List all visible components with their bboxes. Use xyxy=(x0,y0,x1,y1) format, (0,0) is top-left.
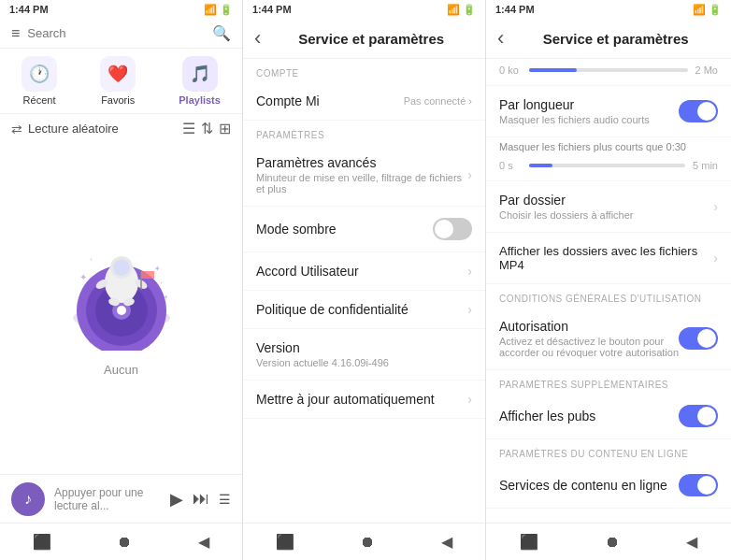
slider-row-1: 0 ko 2 Mo xyxy=(486,59,731,86)
wifi-icon-3: 📶 xyxy=(693,4,706,16)
slider2-fill xyxy=(529,164,552,167)
item-subtitle-autorisation: Activez et désactivez le bouton pour acc… xyxy=(499,336,679,358)
grid-icon[interactable]: ⊞ xyxy=(219,120,231,137)
status-bar-2: 1:44 PM 📶 🔋 xyxy=(243,0,485,19)
tab-playlists[interactable]: 🎵 Playlists xyxy=(179,56,221,106)
empty-state: ✦ ✦ ✦ + + Aucun xyxy=(0,143,242,474)
time-2: 1:44 PM xyxy=(252,4,292,15)
playlists-icon: 🎵 xyxy=(182,56,218,92)
battery-icon-3: 🔋 xyxy=(709,4,722,16)
tab-recent-label: Récent xyxy=(23,94,56,106)
chevron-dossier: › xyxy=(713,199,718,214)
status-icons-1: 📶 🔋 xyxy=(204,4,233,16)
next-button[interactable]: ⏭ xyxy=(193,489,209,509)
sublabel-longueur: Masquer les fichiers plus courts que 0:3… xyxy=(486,137,731,154)
slider2-min: 0 s xyxy=(499,160,522,171)
nav-bar-3: ⬛ ⏺ ◀ xyxy=(486,523,731,560)
item-afficher-pubs[interactable]: Afficher les pubs xyxy=(486,394,731,439)
time-1: 1:44 PM xyxy=(9,4,49,15)
play-button[interactable]: ▶ xyxy=(170,489,183,510)
toggle-longueur[interactable] xyxy=(679,100,718,122)
item-subtitle-version: Version actuelle 4.16.09i-496 xyxy=(256,357,472,368)
status-icons-3: 📶 🔋 xyxy=(693,4,722,16)
panel-settings: 1:44 PM 📶 🔋 ‹ Service et paramètres COMP… xyxy=(243,0,486,560)
settings-header-3: ‹ Service et paramètres xyxy=(486,19,731,59)
section-supplementaires: PARAMÈTRES SUPPLÉMENTAIRES xyxy=(486,370,731,394)
player-disc-icon: ♪ xyxy=(11,482,45,516)
item-content-pubs: Afficher les pubs xyxy=(499,409,679,424)
toggle-services[interactable] xyxy=(679,474,718,496)
item-mode-sombre[interactable]: Mode sombre xyxy=(243,207,485,252)
item-title-politique: Politique de confidentialité xyxy=(256,302,467,317)
circle-nav[interactable]: ⏺ xyxy=(117,534,132,551)
item-title-compte: Compte Mi xyxy=(256,93,404,108)
wifi-icon-2: 📶 xyxy=(447,4,460,16)
svg-point-11 xyxy=(113,259,130,276)
item-title-mp4: Afficher les dossiers avec les fichiers … xyxy=(499,244,713,272)
svg-rect-15 xyxy=(141,271,154,279)
slider1-track[interactable] xyxy=(529,68,688,72)
svg-text:✦: ✦ xyxy=(154,265,161,273)
shuffle-icon: ⇄ xyxy=(11,122,22,136)
sort-icon[interactable]: ⇅ xyxy=(201,120,213,137)
time-3: 1:44 PM xyxy=(495,4,535,15)
svg-text:✦: ✦ xyxy=(79,272,87,282)
item-autorisation[interactable]: Autorisation Activez et désactivez le bo… xyxy=(486,308,731,370)
tab-row: 🕐 Récent ❤️ Favoris 🎵 Playlists xyxy=(0,49,242,114)
home-nav-3[interactable]: ⬛ xyxy=(520,533,538,551)
item-right-compte: Pas connecté › xyxy=(404,95,472,107)
back-nav-3[interactable]: ◀ xyxy=(686,533,697,551)
settings-scroll-3: 0 ko 2 Mo Par longueur Masquer les fichi… xyxy=(486,59,731,523)
back-nav[interactable]: ◀ xyxy=(198,533,209,551)
playlist-button[interactable]: ☰ xyxy=(219,492,231,507)
item-params-avances[interactable]: Paramètres avancés Minuteur de mise en v… xyxy=(243,144,485,207)
list-icon[interactable]: ☰ xyxy=(182,120,195,137)
item-accord-utilisateur[interactable]: Accord Utilisateur › xyxy=(243,252,485,291)
item-content-sombre: Mode sombre xyxy=(256,222,433,237)
item-content-autorisation: Autorisation Activez et désactivez le bo… xyxy=(499,319,679,358)
settings-scroll-2: COMPTE Compte Mi Pas connecté › PARAMÈTR… xyxy=(243,59,485,523)
item-maj-auto[interactable]: Mettre à jour automatiquement › xyxy=(243,381,485,419)
circle-nav-3[interactable]: ⏺ xyxy=(605,534,620,551)
toggle-pubs[interactable] xyxy=(679,405,718,427)
item-par-longueur[interactable]: Par longueur Masquer les fichiers audio … xyxy=(486,86,731,137)
back-button-2[interactable]: ‹ xyxy=(254,26,261,50)
search-icon[interactable]: 🔍 xyxy=(212,24,231,42)
battery-icon-2: 🔋 xyxy=(463,4,476,16)
item-content-params: Paramètres avancés Minuteur de mise en v… xyxy=(256,155,467,194)
item-politique[interactable]: Politique de confidentialité › xyxy=(243,291,485,329)
slider2-track[interactable] xyxy=(529,164,685,167)
controls-row: ⇄ Lecture aléatoire ☰ ⇅ ⊞ xyxy=(0,114,242,143)
status-bar-3: 1:44 PM 📶 🔋 xyxy=(486,0,731,19)
home-nav-2[interactable]: ⬛ xyxy=(276,533,294,551)
back-nav-2[interactable]: ◀ xyxy=(441,533,452,551)
item-subtitle-params: Minuteur de mise en veille, filtrage de … xyxy=(256,172,467,194)
home-nav[interactable]: ⬛ xyxy=(33,533,51,551)
nav-bar-1: ⬛ ⏺ ◀ xyxy=(0,523,242,560)
item-dossiers-mp4[interactable]: Afficher les dossiers avec les fichiers … xyxy=(486,233,731,284)
slider2-max: 5 min xyxy=(693,160,718,171)
circle-nav-2[interactable]: ⏺ xyxy=(360,534,375,551)
item-compte-mi[interactable]: Compte Mi Pas connecté › xyxy=(243,82,485,121)
item-title-accord: Accord Utilisateur xyxy=(256,264,467,279)
chevron-accord: › xyxy=(467,264,472,279)
tab-playlists-label: Playlists xyxy=(179,94,221,106)
search-input[interactable] xyxy=(27,26,205,40)
tab-favorites[interactable]: ❤️ Favoris xyxy=(100,56,136,106)
item-title-autorisation: Autorisation xyxy=(499,319,679,334)
item-subtitle-longueur: Masquer les fichiers audio courts xyxy=(499,114,679,125)
toggle-autorisation[interactable] xyxy=(679,327,718,350)
item-content-dossier: Par dossier Choisir les dossiers à affic… xyxy=(499,193,713,221)
item-title-params: Paramètres avancés xyxy=(256,155,467,170)
toggle-mode-sombre[interactable] xyxy=(433,218,472,240)
back-button-3[interactable]: ‹ xyxy=(497,26,504,50)
tab-recent[interactable]: 🕐 Récent xyxy=(22,56,57,106)
item-content-accord: Accord Utilisateur xyxy=(256,264,467,279)
item-title-version: Version xyxy=(256,340,472,355)
item-services-contenu[interactable]: Services de contenu en ligne xyxy=(486,463,731,509)
mini-player[interactable]: ♪ Appuyer pour une lecture al... ▶ ⏭ ☰ xyxy=(0,474,242,523)
chevron-politique: › xyxy=(467,302,472,317)
section-compte: COMPTE xyxy=(243,59,485,82)
item-par-dossier[interactable]: Par dossier Choisir les dossiers à affic… xyxy=(486,181,731,233)
section-conditions: CONDITIONS GÉNÉRALES D'UTILISATION xyxy=(486,284,731,308)
